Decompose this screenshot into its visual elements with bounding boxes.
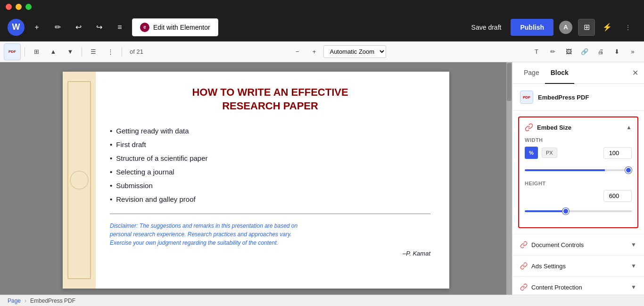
pdf-decorative-strip (63, 72, 96, 289)
ads-settings-title: Ads Settings (531, 263, 566, 270)
pdf-page: HOW TO WRITE AN EFFECTIVE RESEARCH PAPER… (63, 72, 449, 289)
document-controls-section: Document Controls ▼ (512, 234, 644, 255)
chevron-up-icon: ▲ (626, 124, 632, 131)
scroll-up-btn[interactable]: ▲ (46, 44, 61, 59)
main-area: HOW TO WRITE AN EFFECTIVE RESEARCH PAPER… (0, 62, 644, 295)
minimize-window-btn[interactable] (16, 4, 22, 10)
elementor-icon: e (140, 23, 149, 32)
list-item: Selecting a journal (110, 165, 430, 179)
list-view-button[interactable]: ≡ (111, 19, 128, 36)
plugin-name: EmbedPress PDF (538, 94, 589, 101)
plugin-header: PDF EmbedPress PDF (512, 84, 644, 111)
grid-view-btn[interactable]: ⊞ (29, 44, 44, 59)
astra-icon: A (559, 21, 572, 34)
publish-button[interactable]: Publish (511, 19, 553, 36)
pdf-bullet-list: Getting ready with data First draft Stru… (110, 124, 430, 206)
lightning-button[interactable]: ⚡ (599, 19, 616, 36)
frame-icon: ⊞ (584, 23, 590, 32)
download-btn[interactable]: ⬇ (609, 44, 624, 59)
frame-view-button[interactable]: ⊞ (578, 19, 595, 36)
content-protection-header[interactable]: Content Protection ▼ (520, 277, 636, 295)
ads-settings-header[interactable]: Ads Settings ▼ (520, 256, 636, 276)
ads-settings-icon (520, 262, 528, 270)
expand-btn[interactable]: » (625, 44, 640, 59)
maximize-window-btn[interactable] (25, 4, 32, 10)
tab-page[interactable]: Page (518, 62, 545, 84)
right-panel: Page Block ✕ PDF EmbedPress PDF Embed Si… (512, 62, 644, 295)
close-window-btn[interactable] (6, 4, 12, 10)
width-slider-container (525, 165, 632, 173)
document-controls-header[interactable]: Document Controls ▼ (520, 234, 636, 255)
width-label: WIDTH (525, 137, 632, 143)
breadcrumb: Page › EmbedPress PDF (0, 295, 644, 306)
top-toolbar: W + ✏ ↩ ↪ ≡ e Edit with Elementor Save d… (0, 13, 644, 41)
width-slider[interactable] (525, 169, 632, 171)
strip-circle (70, 171, 89, 190)
content-protection-title: Content Protection (531, 284, 582, 291)
zoom-out-btn[interactable]: − (289, 44, 305, 59)
redo-icon: ↪ (96, 23, 102, 32)
view-toggle-btn[interactable]: ☰ (86, 44, 101, 59)
panel-tabs: Page Block ✕ (512, 62, 644, 84)
pdf-author: –P. Kamat (110, 250, 430, 257)
undo-button[interactable]: ↩ (70, 19, 87, 36)
redo-button[interactable]: ↪ (91, 19, 107, 36)
height-input[interactable] (603, 190, 632, 202)
list-item: Structure of a scientific paper (110, 151, 430, 165)
print-btn[interactable]: 🖨 (593, 44, 608, 59)
scroll-thumb[interactable] (507, 63, 512, 101)
toolbar-separator-3 (122, 47, 122, 57)
ads-settings-chevron: ▼ (631, 263, 636, 269)
embed-size-title: Embed Size (537, 124, 571, 131)
scroll-bar[interactable] (506, 62, 512, 295)
image-btn[interactable]: 🖼 (561, 44, 576, 59)
pdf-viewer: HOW TO WRITE AN EFFECTIVE RESEARCH PAPER… (0, 62, 512, 295)
lightning-icon: ⚡ (603, 23, 612, 32)
elementor-btn-label: Edit with Elementor (153, 24, 210, 31)
height-slider[interactable] (525, 210, 632, 212)
toolbar-separator (25, 47, 25, 57)
plus-icon: + (34, 23, 39, 32)
edit-with-elementor-button[interactable]: e Edit with Elementor (132, 18, 218, 36)
list-item: Getting ready with data (110, 124, 430, 138)
document-controls-icon (520, 241, 528, 248)
add-block-button[interactable]: + (28, 19, 45, 36)
percent-unit-button[interactable]: % (525, 147, 538, 159)
height-slider-container (525, 206, 632, 214)
pdf-divider (110, 214, 430, 214)
list-item: Submission (110, 179, 430, 192)
draw-btn[interactable]: ✏ (545, 44, 560, 59)
list-item: First draft (110, 138, 430, 151)
list-item: Revision and galley proof (110, 192, 430, 206)
save-draft-button[interactable]: Save draft (466, 20, 507, 35)
height-label: HEIGHT (525, 181, 632, 186)
document-controls-title: Document Controls (531, 241, 584, 248)
document-controls-chevron: ▼ (631, 241, 636, 248)
pdf-file-icon: PDF (4, 43, 21, 60)
embed-size-header[interactable]: Embed Size ▲ (525, 123, 632, 132)
edit-button[interactable]: ✏ (49, 19, 66, 36)
breadcrumb-page-link[interactable]: Page (8, 298, 21, 304)
px-unit-button[interactable]: PX (542, 148, 557, 158)
content-protection-section: Content Protection ▼ (512, 276, 644, 295)
scroll-down-btn[interactable]: ▼ (63, 44, 78, 59)
text-select-btn[interactable]: T (529, 44, 544, 59)
list-icon: ≡ (117, 23, 122, 32)
breadcrumb-separator: › (25, 298, 26, 304)
ads-settings-section: Ads Settings ▼ (512, 255, 644, 276)
wordpress-logo[interactable]: W (8, 19, 25, 36)
zoom-select[interactable]: Automatic Zoom (323, 45, 386, 58)
undo-icon: ↩ (75, 23, 82, 32)
tab-block[interactable]: Block (545, 62, 574, 84)
more-icon: ⋮ (625, 24, 631, 31)
more-options-button[interactable]: ⋮ (619, 19, 636, 36)
titlebar (0, 0, 644, 13)
embed-size-section: Embed Size ▲ WIDTH % PX HEIGHT (518, 116, 638, 228)
link-btn[interactable]: 🔗 (577, 44, 592, 59)
zoom-in-btn[interactable]: + (306, 44, 322, 59)
width-input[interactable] (603, 147, 632, 159)
pdf-title: HOW TO WRITE AN EFFECTIVE RESEARCH PAPER (110, 86, 430, 113)
astra-button[interactable]: A (557, 19, 574, 36)
panel-close-button[interactable]: ✕ (632, 68, 638, 77)
more-tools-btn[interactable]: ⋮ (103, 44, 118, 59)
